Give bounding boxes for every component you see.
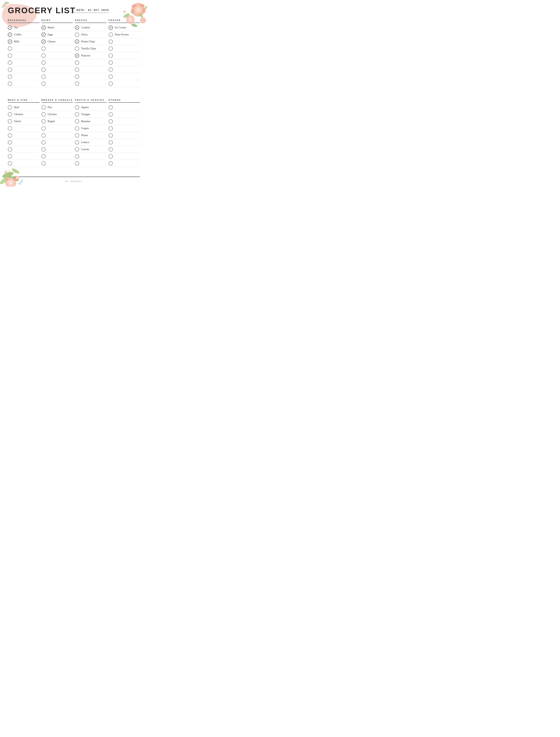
- item-row-frozen-5[interactable]: [109, 59, 140, 66]
- item-row-meat-fish-6[interactable]: [8, 146, 39, 153]
- item-row-frozen-3[interactable]: [109, 45, 140, 52]
- item-row-fruits-veggies-3[interactable]: Grapes: [75, 125, 107, 132]
- item-row-dairy-4[interactable]: [41, 52, 73, 59]
- checkbox-dairy-5[interactable]: [41, 61, 46, 65]
- checkbox-breads-cereals-6[interactable]: [41, 147, 46, 152]
- checkbox-meat-fish-7[interactable]: [8, 154, 12, 159]
- item-row-snacks-6[interactable]: [75, 66, 107, 73]
- item-row-snacks-3[interactable]: Tortilla Chips: [75, 45, 107, 52]
- item-row-meat-fish-4[interactable]: [8, 132, 39, 139]
- item-row-breads-cereals-7[interactable]: [41, 153, 73, 160]
- checkbox-beverages-3[interactable]: [8, 47, 12, 51]
- checkbox-others-6[interactable]: [109, 147, 113, 152]
- checkbox-breads-cereals-0[interactable]: [41, 105, 46, 110]
- checkbox-dairy-2[interactable]: [41, 40, 46, 44]
- checkbox-frozen-2[interactable]: [109, 40, 113, 44]
- checkbox-fruits-veggies-0[interactable]: [75, 105, 79, 110]
- item-row-meat-fish-8[interactable]: [8, 160, 39, 167]
- checkbox-meat-fish-8[interactable]: [8, 161, 12, 166]
- checkbox-fruits-veggies-5[interactable]: [75, 140, 79, 145]
- checkbox-dairy-4[interactable]: [41, 54, 46, 58]
- item-row-others-1[interactable]: [109, 111, 140, 118]
- item-row-meat-fish-0[interactable]: Beef: [8, 104, 39, 111]
- item-row-dairy-6[interactable]: [41, 66, 73, 73]
- item-row-breads-cereals-0[interactable]: Pies: [41, 104, 73, 111]
- checkbox-breads-cereals-4[interactable]: [41, 133, 46, 138]
- item-row-beverages-6[interactable]: [8, 66, 39, 73]
- checkbox-meat-fish-0[interactable]: [8, 105, 12, 110]
- item-row-meat-fish-1[interactable]: Chicken: [8, 111, 39, 118]
- item-row-dairy-2[interactable]: Cheese: [41, 38, 73, 45]
- checkbox-snacks-3[interactable]: [75, 47, 79, 51]
- item-row-breads-cereals-2[interactable]: Bagels: [41, 118, 73, 125]
- checkbox-meat-fish-5[interactable]: [8, 140, 12, 145]
- item-row-others-8[interactable]: [109, 160, 140, 167]
- item-row-frozen-2[interactable]: [109, 38, 140, 45]
- checkbox-frozen-1[interactable]: [109, 32, 113, 37]
- item-row-others-5[interactable]: [109, 139, 140, 146]
- checkbox-beverages-1[interactable]: [8, 32, 12, 37]
- item-row-beverages-5[interactable]: [8, 59, 39, 66]
- item-row-fruits-veggies-0[interactable]: Apples: [75, 104, 107, 111]
- item-row-beverages-8[interactable]: [8, 80, 39, 87]
- checkbox-others-7[interactable]: [109, 154, 113, 159]
- item-row-beverages-0[interactable]: Tea: [8, 24, 39, 31]
- checkbox-others-1[interactable]: [109, 112, 113, 117]
- checkbox-frozen-8[interactable]: [109, 82, 113, 86]
- checkbox-frozen-4[interactable]: [109, 54, 113, 58]
- checkbox-meat-fish-4[interactable]: [8, 133, 12, 138]
- checkbox-fruits-veggies-1[interactable]: [75, 112, 79, 117]
- item-row-frozen-7[interactable]: [109, 73, 140, 80]
- checkbox-others-8[interactable]: [109, 161, 113, 166]
- checkbox-breads-cereals-2[interactable]: [41, 119, 46, 124]
- checkbox-fruits-veggies-4[interactable]: [75, 133, 79, 138]
- item-row-beverages-2[interactable]: Milk: [8, 38, 39, 45]
- item-row-beverages-3[interactable]: [8, 45, 39, 52]
- item-row-breads-cereals-6[interactable]: [41, 146, 73, 153]
- item-row-snacks-4[interactable]: Popcorn: [75, 52, 107, 59]
- checkbox-fruits-veggies-7[interactable]: [75, 154, 79, 159]
- checkbox-dairy-6[interactable]: [41, 68, 46, 72]
- checkbox-beverages-2[interactable]: [8, 40, 12, 44]
- item-row-others-4[interactable]: [109, 132, 140, 139]
- checkbox-frozen-3[interactable]: [109, 47, 113, 51]
- item-row-fruits-veggies-2[interactable]: Bananas: [75, 118, 107, 125]
- checkbox-beverages-7[interactable]: [8, 75, 12, 79]
- checkbox-snacks-6[interactable]: [75, 68, 79, 72]
- checkbox-meat-fish-6[interactable]: [8, 147, 12, 152]
- checkbox-meat-fish-1[interactable]: [8, 112, 12, 117]
- item-row-breads-cereals-5[interactable]: [41, 139, 73, 146]
- checkbox-beverages-0[interactable]: [8, 25, 12, 30]
- item-row-frozen-8[interactable]: [109, 80, 140, 87]
- item-row-fruits-veggies-1[interactable]: Oranges: [75, 111, 107, 118]
- item-row-dairy-0[interactable]: Butter: [41, 24, 73, 31]
- item-row-breads-cereals-4[interactable]: [41, 132, 73, 139]
- item-row-others-0[interactable]: [109, 104, 140, 111]
- checkbox-others-4[interactable]: [109, 133, 113, 138]
- checkbox-breads-cereals-5[interactable]: [41, 140, 46, 145]
- checkbox-frozen-0[interactable]: [109, 25, 113, 30]
- checkbox-meat-fish-3[interactable]: [8, 126, 12, 131]
- item-row-meat-fish-3[interactable]: [8, 125, 39, 132]
- checkbox-breads-cereals-8[interactable]: [41, 161, 46, 166]
- item-row-breads-cereals-1[interactable]: Chicken: [41, 111, 73, 118]
- item-row-snacks-0[interactable]: Cookies: [75, 24, 107, 31]
- checkbox-others-3[interactable]: [109, 126, 113, 131]
- item-row-fruits-veggies-5[interactable]: Lettuce: [75, 139, 107, 146]
- item-row-fruits-veggies-6[interactable]: Carrots: [75, 146, 107, 153]
- checkbox-dairy-0[interactable]: [41, 25, 46, 30]
- checkbox-fruits-veggies-8[interactable]: [75, 161, 79, 166]
- item-row-snacks-7[interactable]: [75, 73, 107, 80]
- checkbox-fruits-veggies-2[interactable]: [75, 119, 79, 124]
- item-row-beverages-1[interactable]: Coffee: [8, 31, 39, 38]
- item-row-frozen-1[interactable]: Pasta Frozen: [109, 31, 140, 38]
- item-row-others-6[interactable]: [109, 146, 140, 153]
- item-row-beverages-7[interactable]: [8, 73, 39, 80]
- item-row-snacks-8[interactable]: [75, 80, 107, 87]
- checkbox-frozen-6[interactable]: [109, 68, 113, 72]
- checkbox-dairy-3[interactable]: [41, 47, 46, 51]
- item-row-dairy-7[interactable]: [41, 73, 73, 80]
- checkbox-snacks-7[interactable]: [75, 75, 79, 79]
- checkbox-fruits-veggies-6[interactable]: [75, 147, 79, 152]
- checkbox-snacks-4[interactable]: [75, 54, 79, 58]
